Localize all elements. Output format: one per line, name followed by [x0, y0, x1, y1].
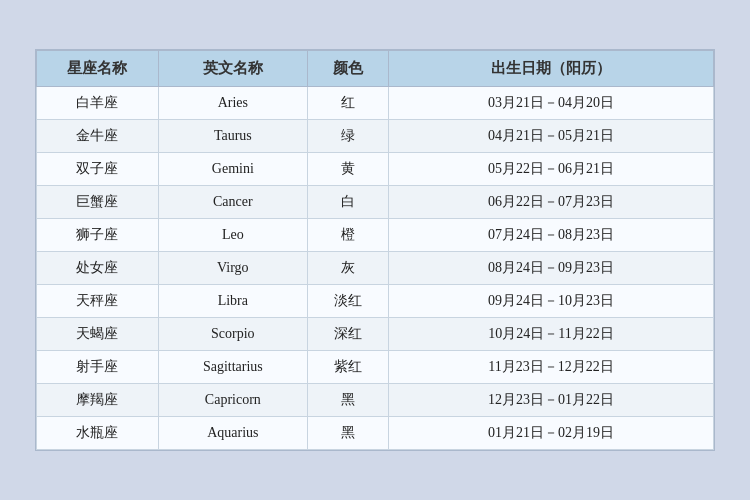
cell-english: Capricorn [158, 384, 307, 417]
cell-color: 黑 [307, 417, 388, 450]
cell-date: 11月23日－12月22日 [389, 351, 714, 384]
cell-color: 灰 [307, 252, 388, 285]
cell-english: Libra [158, 285, 307, 318]
table-row: 白羊座Aries红03月21日－04月20日 [37, 87, 714, 120]
cell-english: Cancer [158, 186, 307, 219]
header-color: 颜色 [307, 51, 388, 87]
cell-english: Virgo [158, 252, 307, 285]
header-chinese: 星座名称 [37, 51, 159, 87]
cell-date: 05月22日－06月21日 [389, 153, 714, 186]
cell-chinese: 白羊座 [37, 87, 159, 120]
zodiac-table-container: 星座名称 英文名称 颜色 出生日期（阳历） 白羊座Aries红03月21日－04… [35, 49, 715, 451]
cell-chinese: 金牛座 [37, 120, 159, 153]
cell-chinese: 天秤座 [37, 285, 159, 318]
cell-chinese: 巨蟹座 [37, 186, 159, 219]
table-row: 金牛座Taurus绿04月21日－05月21日 [37, 120, 714, 153]
cell-date: 08月24日－09月23日 [389, 252, 714, 285]
cell-chinese: 双子座 [37, 153, 159, 186]
cell-date: 07月24日－08月23日 [389, 219, 714, 252]
cell-date: 09月24日－10月23日 [389, 285, 714, 318]
header-english: 英文名称 [158, 51, 307, 87]
cell-color: 红 [307, 87, 388, 120]
header-date: 出生日期（阳历） [389, 51, 714, 87]
table-row: 天蝎座Scorpio深红10月24日－11月22日 [37, 318, 714, 351]
cell-chinese: 天蝎座 [37, 318, 159, 351]
cell-color: 黑 [307, 384, 388, 417]
cell-english: Leo [158, 219, 307, 252]
cell-english: Gemini [158, 153, 307, 186]
cell-english: Aries [158, 87, 307, 120]
cell-english: Scorpio [158, 318, 307, 351]
cell-chinese: 水瓶座 [37, 417, 159, 450]
cell-color: 淡红 [307, 285, 388, 318]
cell-date: 01月21日－02月19日 [389, 417, 714, 450]
zodiac-table: 星座名称 英文名称 颜色 出生日期（阳历） 白羊座Aries红03月21日－04… [36, 50, 714, 450]
table-row: 巨蟹座Cancer白06月22日－07月23日 [37, 186, 714, 219]
table-row: 处女座Virgo灰08月24日－09月23日 [37, 252, 714, 285]
table-row: 双子座Gemini黄05月22日－06月21日 [37, 153, 714, 186]
cell-color: 白 [307, 186, 388, 219]
cell-date: 06月22日－07月23日 [389, 186, 714, 219]
table-header-row: 星座名称 英文名称 颜色 出生日期（阳历） [37, 51, 714, 87]
cell-color: 紫红 [307, 351, 388, 384]
cell-date: 10月24日－11月22日 [389, 318, 714, 351]
table-body: 白羊座Aries红03月21日－04月20日金牛座Taurus绿04月21日－0… [37, 87, 714, 450]
table-row: 射手座Sagittarius紫红11月23日－12月22日 [37, 351, 714, 384]
table-row: 水瓶座Aquarius黑01月21日－02月19日 [37, 417, 714, 450]
cell-date: 12月23日－01月22日 [389, 384, 714, 417]
cell-english: Aquarius [158, 417, 307, 450]
cell-color: 橙 [307, 219, 388, 252]
cell-chinese: 摩羯座 [37, 384, 159, 417]
cell-date: 04月21日－05月21日 [389, 120, 714, 153]
table-row: 狮子座Leo橙07月24日－08月23日 [37, 219, 714, 252]
cell-color: 深红 [307, 318, 388, 351]
table-row: 天秤座Libra淡红09月24日－10月23日 [37, 285, 714, 318]
cell-english: Sagittarius [158, 351, 307, 384]
cell-chinese: 处女座 [37, 252, 159, 285]
cell-english: Taurus [158, 120, 307, 153]
table-row: 摩羯座Capricorn黑12月23日－01月22日 [37, 384, 714, 417]
cell-color: 绿 [307, 120, 388, 153]
cell-date: 03月21日－04月20日 [389, 87, 714, 120]
cell-chinese: 狮子座 [37, 219, 159, 252]
cell-chinese: 射手座 [37, 351, 159, 384]
cell-color: 黄 [307, 153, 388, 186]
